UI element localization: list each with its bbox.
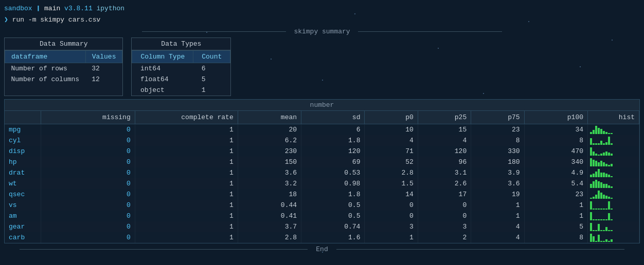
col-name	[5, 111, 41, 124]
data-types-box: Data Types Column Type Count int64 6 flo…	[131, 37, 231, 96]
cell-sd: 1.6	[301, 232, 365, 243]
cell-hist	[588, 189, 639, 200]
col-p0: p0	[365, 111, 418, 124]
cell-mean: 18	[238, 189, 301, 200]
cell-hist	[588, 135, 639, 146]
cell-hist	[588, 232, 639, 243]
data-summary-table: dataframe Values Number of rows 32 Numbe…	[5, 50, 122, 85]
cell-mean: 3.6	[238, 167, 301, 178]
dt-row-2: float64 5	[132, 74, 230, 85]
cell-missing: 0	[41, 221, 135, 232]
main-content: sandbox ❙ main v3.8.11 ipython ❯ run -m …	[0, 0, 644, 256]
ds-key-2: Number of columns	[5, 74, 86, 85]
cell-p0: 4	[365, 135, 418, 146]
cell-complete-rate: 1	[135, 232, 238, 243]
cell-mean: 150	[238, 157, 301, 167]
cell-hist	[588, 200, 639, 211]
cell-p0: 71	[365, 146, 418, 157]
skimpy-title: skimpy summary	[294, 28, 350, 35]
cell-p75: 23	[471, 124, 524, 136]
cell-p0: 3	[365, 221, 418, 232]
cell-complete-rate: 1	[135, 157, 238, 167]
cell-p100: 5.4	[524, 178, 587, 189]
cell-p75: 19	[471, 189, 524, 200]
cell-sd: 0.74	[301, 221, 365, 232]
cell-p100: 8	[524, 135, 587, 146]
cell-p75: 8	[471, 135, 524, 146]
cell-complete-rate: 1	[135, 167, 238, 178]
data-types-table: Column Type Count int64 6 float64 5 obje…	[132, 50, 230, 96]
cell-p100: 340	[524, 157, 587, 167]
cell-p25: 15	[418, 124, 471, 136]
ds-header-dataframe: dataframe	[5, 51, 86, 63]
cell-name: disp	[5, 146, 41, 157]
cell-p25: 4	[418, 135, 471, 146]
cell-sd: 1.8	[301, 135, 365, 146]
cell-missing: 0	[41, 135, 135, 146]
cell-missing: 0	[41, 189, 135, 200]
table-row: gear 0 1 3.7 0.74 3 3 4 5	[5, 221, 639, 232]
cell-sd: 0.98	[301, 178, 365, 189]
cell-p100: 8	[524, 232, 587, 243]
cell-name: cyl	[5, 135, 41, 146]
cell-p0: 52	[365, 157, 418, 167]
data-summary-box: Data Summary dataframe Values Number of …	[4, 37, 123, 96]
cell-sd: 0.53	[301, 167, 365, 178]
cell-p100: 23	[524, 189, 587, 200]
dt-type-1: int64	[132, 63, 193, 74]
cell-name: hp	[5, 157, 41, 167]
command-line: ❯ run -m skimpy cars.csv	[4, 13, 640, 25]
cell-missing: 0	[41, 167, 135, 178]
dt-type-2: float64	[132, 74, 193, 85]
cell-hist	[588, 124, 639, 136]
cell-missing: 0	[41, 178, 135, 189]
cell-p75: 4	[471, 221, 524, 232]
dt-row-1: int64 6	[132, 63, 230, 74]
cell-sd: 0.5	[301, 211, 365, 221]
dt-header-count: Count	[193, 51, 230, 63]
col-sd: sd	[301, 111, 365, 124]
cell-name: am	[5, 211, 41, 221]
terminal-header: sandbox ❙ main v3.8.11 ipython	[4, 2, 640, 13]
cell-p100: 470	[524, 146, 587, 157]
dt-count-3: 1	[193, 85, 230, 96]
ds-val-1: 32	[85, 63, 122, 74]
col-p100: p100	[524, 111, 587, 124]
cell-hist	[588, 167, 639, 178]
cell-complete-rate: 1	[135, 178, 238, 189]
cell-missing: 0	[41, 211, 135, 221]
cell-hist	[588, 211, 639, 221]
cell-missing: 0	[41, 157, 135, 167]
data-summary-title: Data Summary	[5, 38, 122, 50]
cell-hist	[588, 221, 639, 232]
cell-complete-rate: 1	[135, 189, 238, 200]
cell-p0: 2.8	[365, 167, 418, 178]
ds-row-1: Number of rows 32	[5, 63, 122, 74]
table-row: hp 0 1 150 69 52 96 180 340	[5, 157, 639, 167]
cell-name: vs	[5, 200, 41, 211]
cell-p25: 17	[418, 189, 471, 200]
version-label: v3.8.11	[64, 5, 93, 12]
cell-missing: 0	[41, 146, 135, 157]
cell-p75: 1	[471, 200, 524, 211]
cell-p25: 120	[418, 146, 471, 157]
cell-p25: 96	[418, 157, 471, 167]
cell-p0: 0	[365, 200, 418, 211]
cell-complete-rate: 1	[135, 124, 238, 136]
cell-sd: 0.5	[301, 200, 365, 211]
cell-p100: 34	[524, 124, 587, 136]
cell-p75: 3.6	[471, 178, 524, 189]
cell-sd: 1.8	[301, 189, 365, 200]
main-data-table: missing complete rate mean sd p0 p25 p75…	[5, 111, 639, 243]
table-row: cyl 0 1 6.2 1.8 4 4 8 8	[5, 135, 639, 146]
cell-p25: 0	[418, 200, 471, 211]
cell-p0: 10	[365, 124, 418, 136]
cell-p75: 1	[471, 211, 524, 221]
cell-p25: 2.6	[418, 178, 471, 189]
cell-mean: 0.44	[238, 200, 301, 211]
table-row: mpg 0 1 20 6 10 15 23 34	[5, 124, 639, 136]
cell-hist	[588, 146, 639, 157]
summary-container: Data Summary dataframe Values Number of …	[4, 37, 640, 96]
cell-p25: 2	[418, 232, 471, 243]
ds-row-2: Number of columns 12	[5, 74, 122, 85]
